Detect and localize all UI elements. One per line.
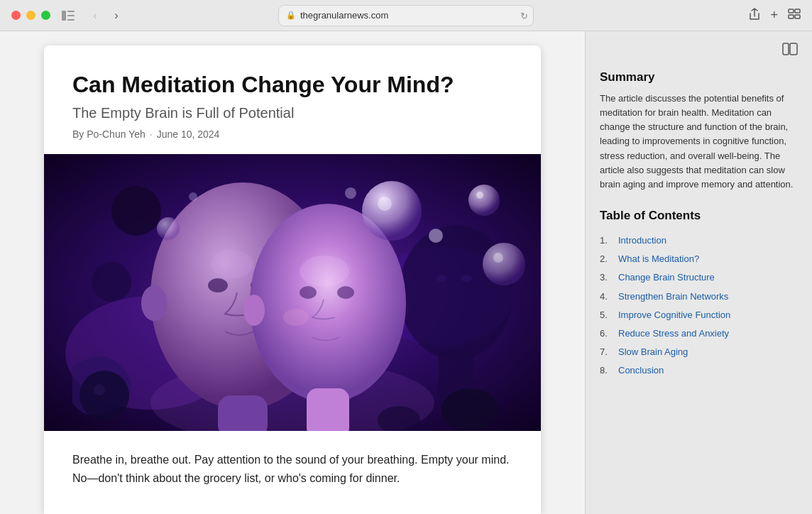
- article-hero-image: [44, 154, 541, 431]
- svg-rect-4: [789, 9, 794, 13]
- summary-text: The article discusses the potential bene…: [600, 92, 798, 192]
- toc-item[interactable]: 1.Introduction: [600, 231, 798, 250]
- tabs-overview-button[interactable]: [788, 9, 801, 23]
- address-text: thegranularnews.com: [300, 10, 510, 21]
- toc-number: 4.: [600, 291, 613, 302]
- svg-point-42: [429, 229, 443, 243]
- share-button[interactable]: [749, 8, 760, 23]
- close-button[interactable]: [11, 11, 21, 20]
- svg-rect-46: [790, 43, 797, 55]
- svg-point-21: [141, 285, 167, 321]
- svg-point-33: [483, 243, 525, 285]
- toc-number: 5.: [600, 310, 613, 320]
- browser-content: Can Meditation Change Your Mind? The Emp…: [0, 31, 812, 514]
- svg-rect-6: [789, 15, 794, 18]
- toc-label: Reduce Stress and Anxiety: [618, 327, 729, 340]
- toc-item[interactable]: 3.Change Brain Structure: [600, 268, 798, 287]
- sidebar-panel-icon[interactable]: [782, 43, 798, 59]
- svg-point-30: [378, 197, 392, 211]
- toc-item[interactable]: 7.Slow Brain Aging: [600, 343, 798, 361]
- toc-title: Table of Contents: [600, 209, 798, 223]
- toc-item[interactable]: 4.Strengthen Brain Networks: [600, 288, 798, 306]
- svg-point-31: [468, 185, 500, 216]
- article-date: June 10, 2024: [157, 128, 220, 140]
- svg-point-28: [243, 295, 265, 326]
- svg-rect-7: [795, 15, 800, 18]
- toc-item[interactable]: 8.Conclusion: [600, 361, 798, 380]
- traffic-lights: [11, 11, 50, 20]
- article-byline: By Po-Chun Yeh · June 10, 2024: [72, 128, 512, 140]
- svg-point-15: [461, 275, 472, 282]
- reader-sidebar: Summary The article discusses the potent…: [585, 31, 812, 514]
- article-area: Can Meditation Change Your Mind? The Emp…: [0, 31, 585, 514]
- toc-number: 7.: [600, 346, 613, 357]
- article-title: Can Meditation Change Your Mind?: [72, 71, 512, 98]
- svg-point-37: [94, 384, 105, 395]
- toc-label: Strengthen Brain Networks: [618, 290, 728, 303]
- svg-point-14: [436, 275, 447, 282]
- article-card: Can Meditation Change Your Mind? The Emp…: [44, 45, 541, 514]
- sidebar-top-icons: [600, 43, 798, 59]
- svg-point-26: [300, 256, 349, 287]
- summary-section: Summary The article discusses the potent…: [600, 70, 798, 192]
- svg-point-29: [362, 181, 422, 241]
- forward-button[interactable]: ›: [107, 6, 126, 25]
- toc-item[interactable]: 2.What is Meditation?: [600, 250, 798, 268]
- minimize-button[interactable]: [26, 11, 35, 20]
- svg-point-40: [441, 388, 498, 431]
- svg-rect-45: [783, 43, 789, 55]
- toc-number: 6.: [600, 328, 613, 339]
- toc-number: 8.: [600, 365, 613, 376]
- svg-point-18: [208, 278, 228, 292]
- toc-section: Table of Contents 1.Introduction2.What i…: [600, 209, 798, 381]
- svg-point-38: [157, 217, 180, 240]
- article-subtitle: The Empty Brain is Full of Potential: [72, 105, 512, 121]
- svg-point-36: [79, 371, 129, 420]
- toolbar-right: +: [749, 8, 801, 23]
- toc-label: Change Brain Structure: [618, 271, 715, 284]
- toc-item[interactable]: 5.Improve Cognitive Function: [600, 306, 798, 324]
- toc-label: Conclusion: [618, 364, 664, 377]
- lock-icon: 🔒: [286, 11, 296, 20]
- svg-rect-23: [307, 388, 349, 431]
- new-tab-button[interactable]: +: [770, 8, 778, 23]
- back-button[interactable]: ‹: [86, 6, 104, 25]
- address-bar-container: 🔒 thegranularnews.com ↻: [278, 5, 534, 26]
- toc-label: What is Meditation?: [618, 253, 699, 266]
- svg-point-44: [189, 192, 197, 201]
- svg-rect-5: [795, 9, 800, 13]
- toc-list: 1.Introduction2.What is Meditation?3.Cha…: [600, 231, 798, 381]
- toc-label: Introduction: [618, 234, 666, 247]
- titlebar: ‹ › 🔒 thegranularnews.com ↻ +: [0, 0, 812, 31]
- svg-point-25: [337, 286, 354, 299]
- article-author: By Po-Chun Yeh: [72, 128, 146, 140]
- maximize-button[interactable]: [41, 11, 50, 20]
- toc-number: 1.: [600, 235, 613, 246]
- toc-item[interactable]: 6.Reduce Stress and Anxiety: [600, 324, 798, 343]
- article-body: Breathe in, breathe out. Pay attention t…: [44, 431, 541, 507]
- refresh-button[interactable]: ↻: [520, 10, 528, 21]
- sidebar-toggle-button[interactable]: [59, 9, 77, 23]
- svg-point-20: [211, 250, 253, 278]
- toc-label: Improve Cognitive Function: [618, 309, 730, 322]
- summary-title: Summary: [600, 70, 798, 84]
- article-body-text: Breathe in, breathe out. Pay attention t…: [72, 451, 512, 487]
- toolbar-left: ‹ ›: [59, 6, 126, 25]
- svg-point-43: [345, 187, 356, 199]
- address-bar[interactable]: 🔒 thegranularnews.com ↻: [278, 5, 534, 26]
- svg-rect-3: [67, 19, 75, 21]
- svg-rect-17: [218, 395, 268, 431]
- article-header: Can Meditation Change Your Mind? The Emp…: [44, 45, 541, 154]
- svg-point-34: [493, 253, 503, 263]
- svg-point-27: [283, 309, 309, 326]
- nav-buttons: ‹ ›: [86, 6, 126, 25]
- svg-point-35: [92, 262, 131, 302]
- svg-point-24: [300, 286, 317, 299]
- svg-point-32: [476, 192, 483, 199]
- toc-number: 2.: [600, 253, 613, 264]
- svg-rect-1: [67, 11, 75, 12]
- svg-rect-0: [62, 11, 66, 21]
- svg-point-39: [111, 186, 161, 236]
- svg-rect-2: [67, 15, 75, 16]
- byline-dot: ·: [150, 128, 153, 140]
